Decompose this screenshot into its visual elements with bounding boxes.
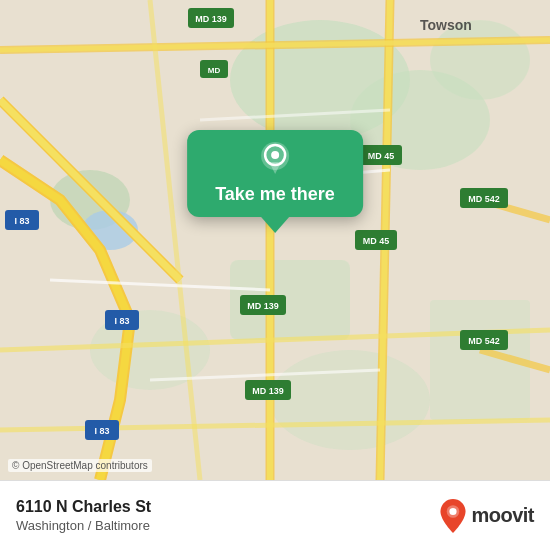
svg-text:I 83: I 83	[114, 316, 129, 326]
svg-text:MD 45: MD 45	[363, 236, 390, 246]
svg-text:MD: MD	[208, 66, 221, 75]
address-block: 6110 N Charles St Washington / Baltimore	[16, 498, 151, 533]
svg-text:MD 45: MD 45	[368, 151, 395, 161]
svg-text:I 83: I 83	[14, 216, 29, 226]
svg-text:MD 542: MD 542	[468, 336, 500, 346]
svg-text:I 83: I 83	[94, 426, 109, 436]
map-pin-icon	[256, 140, 294, 178]
svg-text:MD 139: MD 139	[252, 386, 284, 396]
svg-point-52	[271, 151, 279, 159]
svg-text:MD 542: MD 542	[468, 194, 500, 204]
popup: Take me there	[187, 130, 363, 233]
map-svg: I 83 I 83 I 83 MD 139 MD 139 MD 139 MD 4…	[0, 0, 550, 480]
popup-box: Take me there	[187, 130, 363, 217]
map-container: I 83 I 83 I 83 MD 139 MD 139 MD 139 MD 4…	[0, 0, 550, 480]
svg-text:MD 139: MD 139	[195, 14, 227, 24]
moovit-logo: moovit	[439, 499, 534, 533]
take-me-there-button[interactable]: Take me there	[215, 184, 335, 205]
svg-point-7	[270, 350, 430, 450]
svg-point-55	[450, 507, 457, 514]
address-line: 6110 N Charles St	[16, 498, 151, 516]
svg-text:Towson: Towson	[420, 17, 472, 33]
info-bar: 6110 N Charles St Washington / Baltimore…	[0, 480, 550, 550]
popup-arrow	[261, 217, 289, 233]
moovit-pin-icon	[439, 499, 467, 533]
moovit-text: moovit	[471, 504, 534, 527]
svg-text:MD 139: MD 139	[247, 301, 279, 311]
osm-attribution: © OpenStreetMap contributors	[8, 459, 152, 472]
city-line: Washington / Baltimore	[16, 518, 151, 533]
